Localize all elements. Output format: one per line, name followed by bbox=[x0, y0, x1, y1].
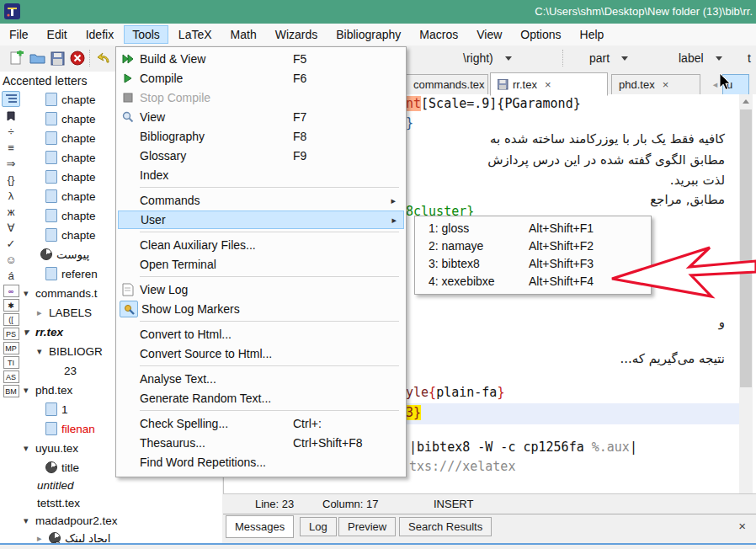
expand-icon[interactable]: ▾ bbox=[24, 443, 35, 454]
greek-icon[interactable]: λ bbox=[3, 189, 19, 203]
bookmarks-icon[interactable] bbox=[3, 109, 19, 123]
menu-tools[interactable]: Tools bbox=[124, 25, 168, 44]
menu-file[interactable]: File bbox=[1, 25, 37, 44]
beamer-icon[interactable]: BM bbox=[3, 385, 19, 397]
save-icon[interactable] bbox=[47, 48, 67, 68]
accented-letters-icon[interactable]: á bbox=[3, 269, 19, 283]
tab-commands-tex[interactable]: commands.tex × bbox=[406, 74, 488, 95]
menu-wizards[interactable]: Wizards bbox=[267, 25, 327, 44]
menu-item-check-spelling[interactable]: Check Spelling...Ctrl+: bbox=[118, 414, 402, 433]
structure-jump-dropdown[interactable]: \right) bbox=[463, 49, 512, 67]
menu-item-convert-source-to-html[interactable]: Convert Source to Html... bbox=[118, 344, 402, 363]
tree-item-include[interactable]: chapte bbox=[45, 91, 96, 108]
menu-item-compile[interactable]: CompileF6 bbox=[118, 69, 402, 88]
menu-item-clean-auxiliary[interactable]: Clean Auxiliary Files... bbox=[118, 236, 402, 254]
ref-dropdown[interactable]: label bbox=[679, 49, 722, 67]
menu-item-bibliography[interactable]: BibliographyF8 bbox=[118, 127, 402, 146]
tree-item-include[interactable]: chapte bbox=[45, 207, 96, 224]
tree-item-include[interactable]: 1 bbox=[45, 401, 68, 418]
tree-item-include[interactable]: chapte bbox=[45, 110, 96, 127]
sidebar-panel-header[interactable]: Accented letters bbox=[3, 74, 87, 88]
status-mode[interactable]: INSERT bbox=[434, 498, 473, 510]
tree-item-include[interactable]: referen bbox=[45, 265, 98, 282]
tree-item-include[interactable]: chapte bbox=[45, 130, 96, 147]
misc-text-icon[interactable]: ✓ bbox=[3, 237, 19, 251]
expand-icon[interactable]: ▾ bbox=[24, 288, 35, 299]
menu-item-find-word-repetitions[interactable]: Find Word Repetitions... bbox=[118, 453, 402, 472]
collapse-icon[interactable]: ▸ bbox=[37, 307, 49, 318]
menu-item-generate-random-text[interactable]: Generate Random Text... bbox=[118, 389, 402, 408]
pstricks-icon[interactable]: PS bbox=[3, 328, 19, 340]
menu-item-show-log-markers[interactable]: Show Log Markers bbox=[118, 300, 402, 318]
tree-item-document[interactable]: tetstt.tex bbox=[37, 494, 80, 511]
menu-item-view[interactable]: ViewF7 bbox=[118, 108, 402, 126]
tree-item-missing-file[interactable]: filenan bbox=[45, 420, 95, 437]
close-panel-icon[interactable]: × bbox=[738, 519, 746, 533]
sectioning-dropdown[interactable]: part bbox=[589, 49, 628, 67]
menu-item-index[interactable]: Index bbox=[118, 166, 402, 184]
menu-item-user[interactable]: User ▸ bbox=[118, 211, 404, 229]
brackets-icon[interactable]: ([ bbox=[3, 313, 19, 326]
tree-item-section[interactable]: ▸ایجاد لینک bbox=[37, 530, 110, 543]
asymptote-icon[interactable]: AS bbox=[3, 370, 19, 383]
collapse-icon[interactable]: ▸ bbox=[37, 533, 49, 544]
relations-icon[interactable]: ≡ bbox=[3, 141, 19, 155]
tree-item-line[interactable]: 23 bbox=[64, 362, 77, 379]
close-icon[interactable]: × bbox=[663, 78, 669, 91]
tree-item-document[interactable]: ▾phd.tex bbox=[24, 381, 72, 398]
misc-math-icon[interactable]: ∀ bbox=[3, 221, 19, 235]
menu-edit[interactable]: Edit bbox=[39, 25, 76, 44]
tree-item-section[interactable]: title bbox=[45, 459, 79, 476]
tree-item-current-document[interactable]: ▾rr.tex bbox=[24, 323, 63, 340]
misc-symbols-icon[interactable]: ☺ bbox=[3, 253, 19, 267]
close-icon[interactable]: × bbox=[545, 78, 551, 91]
asterisk-icon[interactable]: ✱ bbox=[3, 299, 19, 312]
tikz-icon[interactable]: TI bbox=[3, 356, 19, 369]
tab-log[interactable]: Log bbox=[300, 517, 337, 536]
menu-item-view-log[interactable]: View Log bbox=[118, 280, 402, 299]
infinity-icon[interactable]: ∞ bbox=[3, 285, 19, 297]
tree-item-document[interactable]: ▾commands.t bbox=[24, 285, 98, 301]
menu-latex[interactable]: LaTeX bbox=[170, 25, 221, 44]
close-file-icon[interactable] bbox=[67, 48, 88, 68]
undo-icon[interactable] bbox=[94, 48, 114, 68]
tree-item-bibliography[interactable]: ▾BIBLIOGR bbox=[37, 343, 103, 360]
structure-icon[interactable] bbox=[2, 91, 20, 107]
tree-item-include[interactable]: chapte bbox=[45, 227, 96, 243]
tab-search-results[interactable]: Search Results bbox=[399, 517, 492, 536]
tree-item-labels[interactable]: ▸LABELS bbox=[37, 304, 92, 321]
tab-phd-tex[interactable]: phd.tex × bbox=[611, 74, 700, 95]
new-file-icon[interactable] bbox=[7, 48, 27, 68]
menu-item-commands[interactable]: Commands ▸ bbox=[118, 191, 402, 210]
menu-view[interactable]: View bbox=[468, 25, 510, 44]
tree-item-document[interactable]: ▾madadpour2.tex bbox=[24, 512, 118, 529]
menu-idefix[interactable]: Idefix bbox=[77, 25, 122, 44]
clipped-dropdown[interactable]: t bbox=[748, 49, 751, 67]
tree-item-include[interactable]: chapte bbox=[45, 188, 96, 205]
tab-preview[interactable]: Preview bbox=[338, 517, 396, 536]
menu-help[interactable]: Help bbox=[572, 25, 613, 44]
expand-icon[interactable]: ▾ bbox=[24, 515, 35, 526]
menu-bibliography[interactable]: Bibliography bbox=[327, 25, 409, 44]
tree-item-include[interactable]: chapte bbox=[45, 168, 96, 185]
submenu-item-gloss[interactable]: 1: glossAlt+Shift+F1 bbox=[417, 219, 647, 237]
operators-icon[interactable]: ÷ bbox=[3, 125, 19, 139]
menu-options[interactable]: Options bbox=[512, 25, 569, 44]
scrollbar-up-icon[interactable] bbox=[743, 99, 749, 104]
expand-icon[interactable]: ▾ bbox=[24, 327, 35, 338]
metapost-icon[interactable]: MP bbox=[3, 342, 19, 354]
menu-item-analyse-text[interactable]: Analyse Text... bbox=[118, 370, 402, 388]
expand-icon[interactable]: ▾ bbox=[24, 385, 35, 396]
open-file-icon[interactable] bbox=[27, 48, 47, 68]
arrows-icon[interactable]: ⇒ bbox=[3, 157, 19, 171]
menu-item-open-terminal[interactable]: Open Terminal bbox=[118, 255, 402, 274]
tree-item-include[interactable]: chapte bbox=[45, 149, 96, 166]
menu-item-convert-to-html[interactable]: Convert to Html... bbox=[118, 325, 402, 344]
tab-rr-tex[interactable]: rr.tex × bbox=[490, 72, 608, 96]
expand-icon[interactable]: ▾ bbox=[37, 346, 49, 357]
delimiters-icon[interactable]: {} bbox=[3, 173, 19, 187]
tab-messages[interactable]: Messages bbox=[226, 515, 294, 538]
tree-item-document[interactable]: ▾uyuu.tex bbox=[24, 440, 78, 456]
cyrillic-icon[interactable]: ж bbox=[3, 205, 19, 219]
menu-math[interactable]: Math bbox=[222, 25, 265, 44]
